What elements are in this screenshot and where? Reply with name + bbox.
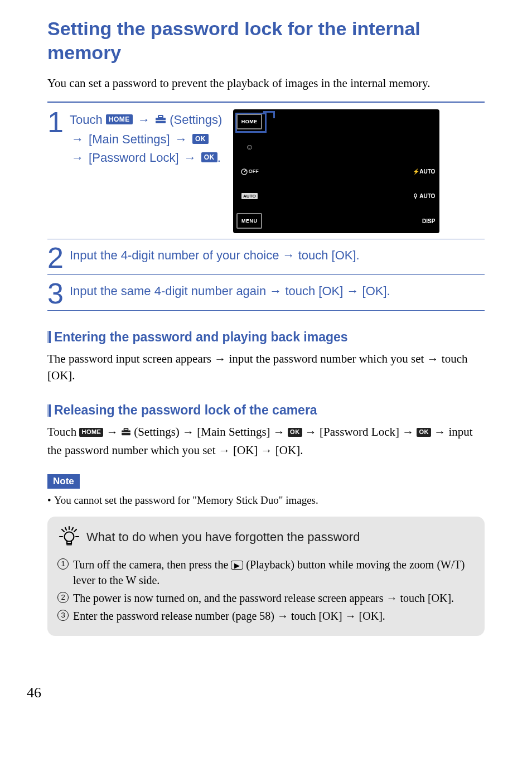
svg-rect-6 xyxy=(124,428,128,431)
subsection-body: The password input screen appears → inpu… xyxy=(47,350,485,384)
playback-icon: ▶ xyxy=(231,561,243,570)
svg-rect-7 xyxy=(122,432,130,433)
home-badge: HOME xyxy=(79,428,103,437)
screen-menu-button: MENU xyxy=(236,213,262,229)
svg-line-12 xyxy=(74,529,76,532)
svg-line-4 xyxy=(244,170,246,172)
note-list: You cannot set the password for "Memory … xyxy=(47,494,485,507)
hint-title: What to do when you have forgotten the p… xyxy=(86,530,360,544)
smile-icon: ☺ xyxy=(236,139,262,155)
step-2: 2 Input the 4-digit number of your choic… xyxy=(47,239,485,274)
svg-point-8 xyxy=(65,532,74,542)
timer-off-icon: OFF xyxy=(236,163,262,179)
circled-number-icon: 3 xyxy=(57,610,69,621)
step-1-text: Touch HOME → (Settings) → [Main Settings… xyxy=(70,107,222,233)
subsection-title: Releasing the password lock of the camer… xyxy=(54,403,317,418)
hint-step-3: 3 Enter the password release number (pag… xyxy=(57,608,475,624)
svg-rect-2 xyxy=(156,120,166,121)
step-3: 3 Input the same 4-digit number again → … xyxy=(47,275,485,310)
section-bar-icon xyxy=(47,404,51,417)
flash-auto-icon: ⚡AUTO xyxy=(413,163,436,179)
step-2-text: Input the 4-digit number of your choice … xyxy=(70,243,485,264)
page-title: Setting the password lock for the intern… xyxy=(47,17,485,64)
macro-auto-icon: AUTO xyxy=(412,189,436,204)
subsection-entering-password: Entering the password and playing back i… xyxy=(47,330,485,384)
note-label: Note xyxy=(47,474,80,489)
home-badge: HOME xyxy=(106,114,133,124)
step-3-text: Input the same 4-digit number again → to… xyxy=(70,278,485,300)
step-number: 3 xyxy=(47,281,70,307)
hint-step-1: 1 Turn off the camera, then press the ▶ … xyxy=(57,557,475,588)
ok-badge: OK xyxy=(192,134,209,144)
svg-line-16 xyxy=(72,528,73,530)
circled-number-icon: 2 xyxy=(57,592,69,603)
note-item: You cannot set the password for "Memory … xyxy=(47,494,485,507)
step-number: 2 xyxy=(47,245,70,271)
step-1: 1 Touch HOME → (Settings) → [Main Settin… xyxy=(47,104,485,239)
lightbulb-icon xyxy=(57,524,81,550)
screen-disp-label: DISP xyxy=(422,213,436,229)
camera-screen-mock: HOME ☺ OFF AUTO MENU ⚡AUTO AUTO DISP xyxy=(233,109,439,233)
section-bar-icon xyxy=(47,331,51,343)
settings-icon xyxy=(121,423,131,440)
ok-badge: OK xyxy=(201,152,217,162)
hint-box: What to do when you have forgotten the p… xyxy=(47,517,485,636)
subsection-title: Entering the password and playing back i… xyxy=(54,330,348,345)
svg-line-15 xyxy=(65,528,66,530)
screen-home-button: HOME xyxy=(236,114,262,129)
ok-badge: OK xyxy=(288,428,302,437)
hint-step-2: 2 The power is now turned on, and the pa… xyxy=(57,590,475,606)
circled-number-icon: 1 xyxy=(57,558,69,570)
svg-rect-1 xyxy=(158,115,163,118)
intro-text: You can set a password to prevent the pl… xyxy=(47,76,485,90)
svg-line-11 xyxy=(62,529,64,532)
ok-badge: OK xyxy=(417,428,431,437)
subsection-body: Touch HOME → (Settings) → [Main Settings… xyxy=(47,423,485,459)
page-number: 46 xyxy=(27,684,41,701)
subsection-releasing-lock: Releasing the password lock of the camer… xyxy=(47,403,485,459)
step-number: 1 xyxy=(47,109,70,136)
settings-icon xyxy=(155,110,166,129)
focus-auto-icon: AUTO xyxy=(236,189,262,204)
